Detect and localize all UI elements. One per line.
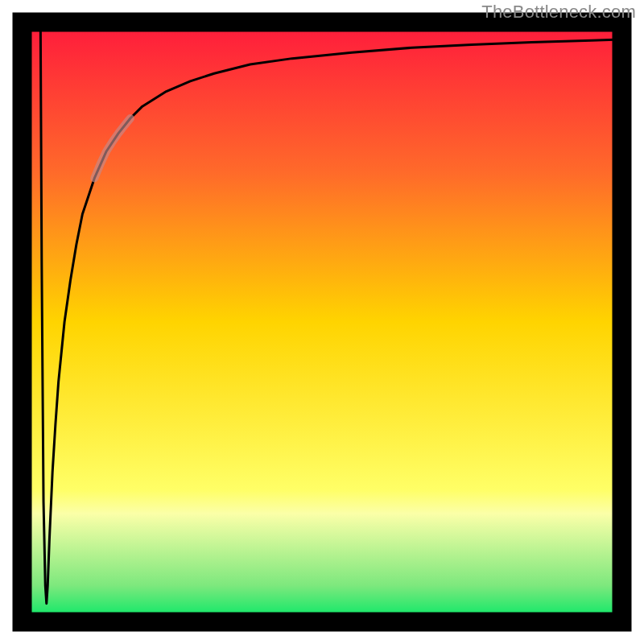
watermark-text: TheBottleneck.com [481, 2, 636, 23]
chart-container: { "watermark": "TheBottleneck.com", "cha… [0, 0, 644, 644]
chart-svg [0, 0, 644, 644]
plot-background [23, 23, 621, 621]
